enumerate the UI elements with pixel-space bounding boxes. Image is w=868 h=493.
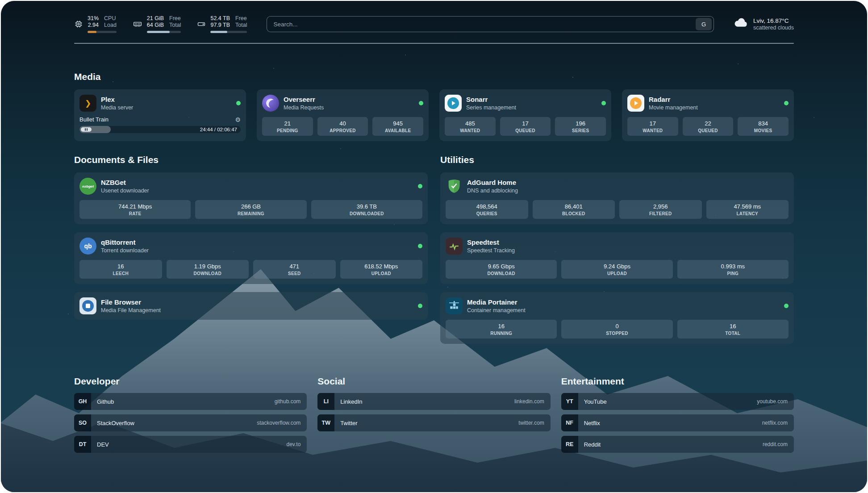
filebrowser-card[interactable]: File Browser Media File Management: [74, 292, 428, 320]
stat-download: 9.65 Gbps DOWNLOAD: [446, 260, 557, 279]
section-media: Media ❯ Plex Media server Bullet Train ⚙: [74, 71, 794, 141]
bookmark-name: DEV: [91, 441, 109, 448]
bookmark-url: github.com: [275, 398, 307, 405]
cpu-icon: [74, 20, 83, 29]
stat-available: 945 AVAILABLE: [372, 117, 423, 136]
portainer-card[interactable]: Media Portainer Container management 16 …: [440, 292, 794, 344]
bookmark-name: StackOverflow: [91, 420, 134, 426]
cpu-progress-bar: [88, 31, 117, 33]
bookmark-abbr: LI: [317, 393, 334, 410]
bookmark-name: Netflix: [578, 420, 600, 426]
section-utilities: Utilities AdGuard Home DNS and: [440, 155, 794, 344]
radarr-icon: [627, 95, 644, 112]
memory-widget: 21 GiB Free 64 GiB Total: [133, 15, 181, 33]
now-playing-title: Bullet Train: [79, 116, 108, 123]
cpu-load-value: 2.94: [88, 22, 99, 29]
service-subtitle: Usenet downloader: [101, 187, 149, 194]
service-subtitle: Speedtest Tracking: [467, 247, 515, 254]
bookmark-name: YouTube: [578, 398, 607, 405]
service-subtitle: Container management: [467, 307, 526, 314]
cpu-usage-label: CPU: [104, 15, 117, 22]
bookmark-url: netflix.com: [762, 420, 794, 426]
disk-total-label: Total: [235, 22, 247, 29]
stat-download: 1.19 Gbps DOWNLOAD: [167, 260, 249, 279]
nzbget-card[interactable]: nzbget NZBGet Usenet downloader 744.21 M…: [74, 172, 428, 224]
settings-gear-icon[interactable]: ⚙: [235, 117, 241, 123]
disk-progress-bar: [210, 31, 247, 33]
bookmark-github[interactable]: GH Github github.com: [74, 393, 307, 410]
stat-queries: 498,564 QUERIES: [446, 200, 528, 219]
stat-rate: 744.21 Mbps RATE: [79, 200, 191, 219]
stat-wanted: 485 WANTED: [445, 117, 496, 136]
weather-condition: scattered clouds: [753, 25, 794, 31]
playback-progress-bar[interactable]: 24:44 / 02:06:47: [79, 126, 241, 133]
bookmark-name: Github: [91, 398, 114, 405]
stat-series: 196 SERIES: [555, 117, 606, 136]
stat-running: 16 RUNNING: [446, 320, 557, 338]
qbittorrent-card[interactable]: qb qBittorrent Torrent downloader 16 LEE…: [74, 232, 428, 284]
stat-movies: 834 MOVIES: [738, 117, 789, 136]
cpu-progress-fill: [88, 31, 96, 33]
bookmark-url: dev.to: [287, 441, 307, 447]
bookmark-reddit[interactable]: RE Reddit reddit.com: [561, 436, 794, 453]
stat-approved: 40 APPROVED: [317, 117, 368, 136]
bookmark-url: reddit.com: [763, 441, 794, 447]
stat-queued: 17 QUEUED: [500, 117, 551, 136]
bookmark-linkedin[interactable]: LI LinkedIn linkedin.com: [317, 393, 550, 410]
bookmark-abbr: RE: [561, 436, 578, 453]
section-documents: Documents & Files nzbget NZBGet Usenet d…: [74, 155, 428, 344]
documents-section-title: Documents & Files: [74, 155, 428, 165]
plex-card[interactable]: ❯ Plex Media server Bullet Train ⚙: [74, 89, 246, 141]
status-dot: [601, 101, 606, 105]
stat-upload: 9.24 Gbps UPLOAD: [561, 260, 672, 279]
stat-queued: 22 QUEUED: [683, 117, 734, 136]
service-subtitle: Media Requests: [284, 104, 324, 111]
search-input[interactable]: [267, 21, 696, 28]
search-provider-button[interactable]: G: [696, 18, 712, 30]
bookmark-url: linkedin.com: [514, 398, 551, 405]
status-dot: [418, 244, 422, 248]
bookmark-abbr: SO: [74, 414, 91, 431]
disk-stats: 52.4 TB Free 97.9 TB Total: [210, 15, 247, 33]
cpu-widget: 31% CPU 2.94 Load: [74, 15, 117, 33]
plex-icon: ❯: [79, 95, 96, 112]
bookmark-twitter[interactable]: TW Twitter twitter.com: [317, 414, 550, 431]
bookmark-url: twitter.com: [518, 420, 550, 426]
developer-section-title: Developer: [74, 376, 307, 387]
bookmark-url: stackoverflow.com: [257, 420, 307, 426]
disk-icon: [197, 20, 206, 29]
bookmark-name: Reddit: [578, 441, 601, 448]
service-subtitle: Torrent downloader: [101, 247, 149, 254]
weather-widget: Lviv, 16.87°C scattered clouds: [734, 17, 794, 31]
dashboard-content: 31% CPU 2.94 Load: [74, 1, 794, 457]
stat-total: 16 TOTAL: [677, 320, 789, 338]
cpu-stats: 31% CPU 2.94 Load: [88, 15, 117, 33]
memory-free-label: Free: [169, 15, 181, 22]
nzbget-icon: nzbget: [79, 178, 96, 195]
bookmark-group-entertainment: Entertainment YT YouTube youtube.com NF …: [561, 376, 794, 457]
bookmark-abbr: GH: [74, 393, 91, 410]
sonarr-card[interactable]: Sonarr Series management 485 WANTED 17 Q…: [439, 89, 611, 141]
adguard-card[interactable]: AdGuard Home DNS and adblocking 498,564 …: [440, 172, 794, 224]
service-name: Radarr: [649, 96, 698, 104]
stat-blocked: 86,401 BLOCKED: [533, 200, 615, 219]
bookmark-youtube[interactable]: YT YouTube youtube.com: [561, 393, 794, 410]
disk-widget: 52.4 TB Free 97.9 TB Total: [197, 15, 247, 33]
memory-progress-fill: [147, 31, 170, 33]
bookmark-netflix[interactable]: NF Netflix netflix.com: [561, 414, 794, 431]
search-bar: G: [267, 16, 714, 32]
bookmark-stackoverflow[interactable]: SO StackOverflow stackoverflow.com: [74, 414, 307, 431]
overseerr-card[interactable]: Overseerr Media Requests 21 PENDING 40 A…: [257, 89, 429, 141]
service-name: AdGuard Home: [467, 179, 518, 187]
radarr-card[interactable]: Radarr Movie management 17 WANTED 22 QUE…: [622, 89, 794, 141]
disk-free-value: 52.4 TB: [210, 15, 230, 22]
bookmark-url: youtube.com: [757, 398, 794, 405]
stat-wanted: 17 WANTED: [627, 117, 678, 136]
overseerr-icon: [262, 95, 279, 112]
pause-button[interactable]: [81, 127, 92, 132]
speedtest-card[interactable]: Speedtest Speedtest Tracking 9.65 Gbps D…: [440, 232, 794, 284]
bookmark-dev[interactable]: DT DEV dev.to: [74, 436, 307, 453]
stat-downloaded: 39.6 TB DOWNLOADED: [311, 200, 422, 219]
dashboard-screen: 31% CPU 2.94 Load: [1, 1, 867, 492]
weather-location: Lviv, 16.87°C: [753, 17, 794, 24]
